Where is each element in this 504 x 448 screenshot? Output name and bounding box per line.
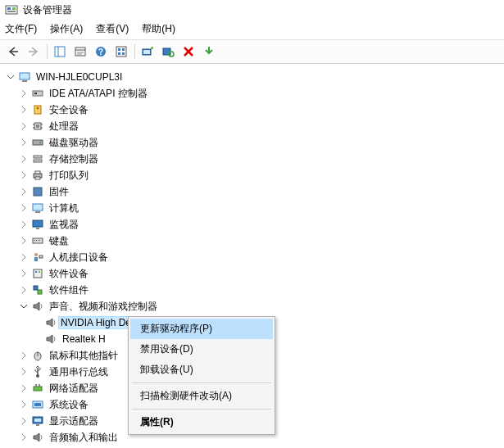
svg-rect-55 — [39, 256, 43, 258]
tree-item-label: 磁盘驱动器 — [49, 137, 98, 148]
expand-icon[interactable] — [18, 88, 30, 99]
ctx-disable-device[interactable]: 禁用设备(D) — [130, 339, 273, 360]
device-tree[interactable]: WIN-HJLE0CUPL3I IDE ATA/ATAPI 控制器 安全设备 处… — [0, 64, 504, 446]
expand-icon[interactable] — [18, 186, 30, 197]
ctx-scan-hardware[interactable]: 扫描检测硬件改动(A) — [130, 386, 273, 406]
expand-icon[interactable] — [18, 251, 30, 263]
ctx-separator — [132, 409, 271, 410]
svg-rect-31 — [36, 124, 39, 128]
expand-icon[interactable] — [18, 170, 30, 181]
tree-item-label: 固件 — [49, 186, 69, 197]
svg-rect-49 — [34, 240, 35, 241]
svg-rect-39 — [34, 160, 42, 162]
svg-rect-26 — [33, 91, 43, 96]
svg-rect-27 — [34, 93, 37, 94]
tree-item-monitor[interactable]: 监视器 — [5, 216, 504, 233]
svg-rect-46 — [33, 220, 43, 227]
tree-item-firmware[interactable]: 固件 — [5, 183, 504, 200]
ctx-separator — [132, 382, 271, 383]
help-button[interactable]: ? — [91, 43, 111, 61]
tree-item-label: 打印队列 — [49, 170, 89, 181]
menu-bar: 文件(F) 操作(A) 查看(V) 帮助(H) — [0, 20, 504, 39]
disk-icon — [31, 136, 44, 149]
expand-icon[interactable] — [18, 366, 30, 378]
tree-item-cpu[interactable]: 处理器 — [5, 118, 504, 134]
expand-icon[interactable] — [18, 153, 30, 165]
tree-item-storage[interactable]: 存储控制器 — [5, 151, 504, 167]
tree-item-ide[interactable]: IDE ATA/ATAPI 控制器 — [5, 85, 504, 102]
update-driver-button[interactable] — [138, 43, 157, 61]
scan-hardware-button[interactable] — [158, 43, 178, 61]
tree-item-printq[interactable]: 打印队列 — [5, 167, 504, 183]
menu-action[interactable]: 操作(A) — [50, 22, 83, 36]
expand-icon[interactable] — [18, 415, 30, 427]
expand-icon[interactable] — [18, 382, 30, 394]
tree-item-software-components[interactable]: 软件组件 — [5, 282, 504, 298]
nav-forward-button[interactable] — [24, 43, 43, 61]
menu-help[interactable]: 帮助(H) — [142, 22, 175, 36]
tree-item-label: 显示适配器 — [49, 415, 98, 427]
tree-item-label: 人机接口设备 — [49, 251, 108, 263]
svg-rect-25 — [22, 80, 27, 82]
expand-icon[interactable] — [18, 432, 30, 443]
ctx-properties[interactable]: 属性(R) — [130, 412, 273, 432]
svg-point-53 — [34, 253, 38, 256]
tree-item-keyboard[interactable]: 键盘 — [5, 233, 504, 249]
properties-button[interactable] — [70, 43, 90, 61]
expand-icon[interactable] — [18, 284, 30, 296]
tree-item-security[interactable]: 安全设备 — [5, 102, 504, 118]
tree-root[interactable]: WIN-HJLE0CUPL3I — [5, 69, 504, 85]
expand-icon[interactable] — [18, 104, 30, 115]
tree-item-sound[interactable]: 声音、视频和游戏控制器 — [5, 298, 504, 315]
tree-item-label: 键盘 — [49, 235, 69, 247]
menu-file[interactable]: 文件(F) — [5, 22, 37, 36]
view-button[interactable] — [111, 43, 131, 61]
expand-icon[interactable] — [18, 219, 30, 230]
tree-item-label: 计算机 — [49, 202, 79, 214]
expand-icon[interactable] — [18, 399, 30, 410]
tree-item-label: IDE ATA/ATAPI 控制器 — [49, 88, 148, 99]
mouse-icon — [31, 349, 44, 362]
system-icon — [31, 398, 44, 411]
uninstall-button[interactable] — [179, 43, 198, 61]
keyboard-icon — [31, 234, 44, 247]
tree-item-label: 声音、视频和游戏控制器 — [49, 301, 157, 312]
svg-rect-24 — [20, 73, 30, 79]
expand-icon[interactable] — [18, 202, 30, 214]
menu-view[interactable]: 查看(V) — [96, 22, 129, 36]
tree-item-disk[interactable]: 磁盘驱动器 — [5, 134, 504, 151]
expand-icon[interactable] — [18, 350, 30, 361]
collapse-icon[interactable] — [5, 71, 16, 83]
show-hide-tree-button[interactable] — [50, 43, 70, 61]
svg-line-23 — [173, 56, 174, 57]
tree-item-label: 音频输入和输出 — [49, 432, 118, 443]
monitor-icon — [31, 218, 44, 231]
expand-icon[interactable] — [18, 235, 30, 247]
tree-item-label: 软件设备 — [49, 268, 89, 279]
disable-button[interactable] — [199, 43, 219, 61]
svg-rect-15 — [118, 48, 120, 51]
ctx-uninstall-device[interactable]: 卸载设备(U) — [130, 360, 273, 380]
firmware-icon — [31, 185, 44, 198]
expand-icon[interactable] — [18, 268, 30, 279]
tree-item-software-devices[interactable]: 软件设备 — [5, 265, 504, 282]
tree-item-computer[interactable]: 计算机 — [5, 200, 504, 216]
software-icon — [31, 267, 44, 280]
storage-icon — [31, 152, 44, 165]
nav-back-button[interactable] — [3, 43, 23, 61]
tree-item-hid[interactable]: 人机接口设备 — [5, 249, 504, 265]
svg-rect-3 — [7, 11, 16, 12]
speaker-icon — [44, 333, 57, 346]
ctx-update-driver[interactable]: 更新驱动程序(P) — [130, 319, 273, 339]
expand-icon[interactable] — [18, 137, 30, 148]
collapse-icon[interactable] — [18, 301, 30, 312]
svg-text:?: ? — [98, 48, 103, 57]
ide-icon — [31, 87, 44, 100]
svg-rect-58 — [39, 271, 40, 273]
svg-rect-6 — [55, 47, 65, 57]
svg-rect-20 — [143, 50, 150, 54]
audio-io-icon — [31, 431, 44, 444]
window-title: 设备管理器 — [23, 3, 72, 17]
svg-rect-67 — [39, 384, 40, 387]
expand-icon[interactable] — [18, 120, 30, 132]
